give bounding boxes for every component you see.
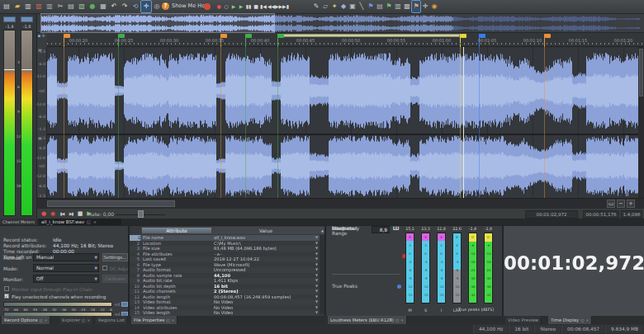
- float-window-icon[interactable]: ◱: [82, 318, 85, 322]
- transport-icon[interactable]: ▮◀: [260, 1, 267, 12]
- tool-icon[interactable]: ✛: [421, 1, 429, 12]
- toolbar-icon[interactable]: ▤: [2, 1, 12, 12]
- tool-icon[interactable]: ╲: [358, 1, 366, 12]
- zoom-out-button[interactable]: −: [617, 200, 625, 208]
- toolbar-icon[interactable]: ◎: [152, 1, 162, 12]
- close-icon[interactable]: ×: [87, 318, 90, 322]
- float-window-icon[interactable]: ◱: [39, 318, 42, 322]
- marker-flag[interactable]: [460, 34, 466, 47]
- float-window-icon[interactable]: ◱: [580, 318, 584, 322]
- toolbar-icon[interactable]: ⟲: [130, 1, 140, 12]
- channel-meters-tab[interactable]: Channel Meters: [0, 219, 37, 225]
- playback-cursor[interactable]: [463, 47, 464, 198]
- doc-stop-button[interactable]: ■: [76, 209, 84, 219]
- marker-flag-head[interactable]: [278, 34, 284, 38]
- snap-icon[interactable]: ✛: [41, 33, 45, 38]
- tool-icon[interactable]: ◆: [339, 1, 348, 12]
- doc-go-end-button[interactable]: ▶▮: [67, 209, 75, 219]
- record-arm-left-button[interactable]: [121, 302, 128, 307]
- transport-icon[interactable]: ▮▮: [245, 1, 252, 12]
- tab-video-preview[interactable]: Video Preview: [505, 316, 542, 324]
- vertical-scrollbar-thumb[interactable]: [639, 49, 643, 96]
- toolbar-icon[interactable]: ▰: [12, 1, 22, 12]
- monitor-input-checkbox[interactable]: [4, 286, 9, 291]
- toolbar-icon[interactable]: ▧: [77, 1, 87, 12]
- tool-icon[interactable]: ◉: [430, 1, 438, 12]
- toolbar-icon[interactable]: ▥: [23, 1, 33, 12]
- waveform-display[interactable]: [47, 47, 638, 198]
- overview-bar[interactable]: [37, 14, 644, 33]
- tool-icon[interactable]: ▣: [348, 1, 357, 12]
- transport-icon[interactable]: ▶▮: [282, 1, 289, 12]
- transport-icon[interactable]: ◀◀: [268, 1, 274, 12]
- play-unselected-checkbox[interactable]: ✓: [4, 294, 9, 299]
- tab-record-options[interactable]: Record Options◱×: [2, 316, 50, 324]
- transport-icon[interactable]: ▶: [238, 1, 244, 12]
- close-icon[interactable]: ×: [585, 318, 589, 322]
- monitor-select[interactable]: Off▼: [33, 275, 99, 283]
- float-window-icon[interactable]: ◱: [87, 219, 91, 225]
- channel2-minimize-button[interactable]: [38, 137, 42, 140]
- tab-time-display[interactable]: Time Display◱×: [548, 316, 592, 324]
- tool-icon[interactable]: ⚑: [385, 1, 393, 12]
- alert-red-dot-icon[interactable]: [204, 3, 211, 10]
- tool-icon[interactable]: ▥: [394, 1, 402, 12]
- transport-icon[interactable]: ○: [223, 1, 230, 12]
- help-icon[interactable]: ?: [162, 2, 169, 10]
- toolbar-icon[interactable]: ▦: [98, 1, 108, 12]
- float-window-icon[interactable]: ◱: [166, 318, 169, 322]
- marker-flag-head[interactable]: [461, 34, 466, 38]
- settings-button[interactable]: Settings...: [102, 253, 128, 261]
- doc-record-button[interactable]: ●: [40, 209, 48, 219]
- vertical-scrollbar[interactable]: [638, 47, 644, 198]
- tool-icon[interactable]: ▤: [376, 1, 384, 12]
- tool-icon[interactable]: ▩: [403, 1, 411, 12]
- mode-select[interactable]: Normal▼: [33, 264, 99, 272]
- calibrate-button[interactable]: Calibrate: [102, 275, 128, 283]
- value-column-header[interactable]: Value: [212, 227, 320, 234]
- zoom-window-button[interactable]: ▭: [607, 200, 615, 208]
- document-tab[interactable]: all_i_know BSF.wav ◱ ×: [39, 219, 121, 225]
- close-icon[interactable]: ×: [400, 318, 404, 322]
- tab-loudness-meters[interactable]: Loudness Meters (EBU R128)◱×: [328, 316, 407, 324]
- marker-flag-head[interactable]: [545, 34, 551, 38]
- tool-icon[interactable]: ⚑: [367, 1, 375, 12]
- tool-icon[interactable]: ✦: [330, 1, 339, 12]
- tab-regions-list[interactable]: Regions List: [96, 316, 128, 324]
- property-row[interactable]: 15 Video length No Video ▼: [130, 310, 320, 316]
- peak-hold-right[interactable]: [21, 16, 33, 22]
- tool-icon[interactable]: ✎: [312, 1, 320, 12]
- true-peaks-indicator[interactable]: [397, 285, 401, 289]
- toolbar-icon[interactable]: ▥: [34, 1, 44, 12]
- attribute-column-header[interactable]: Attribute: [141, 227, 212, 234]
- close-icon[interactable]: ×: [45, 318, 48, 322]
- rate-slider-handle[interactable]: [138, 210, 144, 218]
- transport-icon[interactable]: ▶▶: [275, 1, 282, 12]
- zoom-ratio-readout[interactable]: 1:4,096: [621, 210, 642, 219]
- doc-loop-record-button[interactable]: ◉: [49, 209, 57, 219]
- doc-go-start-button[interactable]: ▮◀: [58, 209, 66, 219]
- zoom-in-button[interactable]: +: [627, 200, 635, 208]
- toolbar-icon[interactable]: ↶: [109, 1, 119, 12]
- marker-flag[interactable]: [544, 34, 551, 47]
- dc-adjust-checkbox[interactable]: [102, 266, 107, 270]
- view-length-readout[interactable]: 00:00:51,176: [583, 210, 619, 219]
- transport-icon[interactable]: ▶: [230, 1, 237, 12]
- waveform-canvas[interactable]: [47, 47, 638, 198]
- float-window-icon[interactable]: ◱: [395, 318, 399, 322]
- toolbar-icon[interactable]: ↷: [120, 1, 130, 12]
- transport-icon[interactable]: ●: [215, 1, 222, 12]
- loop-region-bar[interactable]: [277, 34, 460, 37]
- toolbar-icon[interactable]: ✂: [55, 1, 65, 12]
- transport-icon[interactable]: ■: [253, 1, 259, 12]
- overview-waveform-canvas[interactable]: [37, 14, 644, 33]
- close-icon[interactable]: ×: [93, 219, 97, 225]
- cursor-position-readout[interactable]: 00:01:02,972: [525, 210, 578, 219]
- tool-icon[interactable]: ▱: [321, 1, 329, 12]
- close-icon[interactable]: ×: [172, 318, 175, 322]
- toolbar-icon[interactable]: ✛: [141, 1, 151, 12]
- toolbar-icon[interactable]: ▥: [45, 1, 54, 12]
- horizontal-scrollbar[interactable]: ▭ − +: [37, 198, 644, 208]
- toolbar-icon[interactable]: ▤: [66, 1, 76, 12]
- row-dropdown-icon[interactable]: ▼: [315, 310, 318, 316]
